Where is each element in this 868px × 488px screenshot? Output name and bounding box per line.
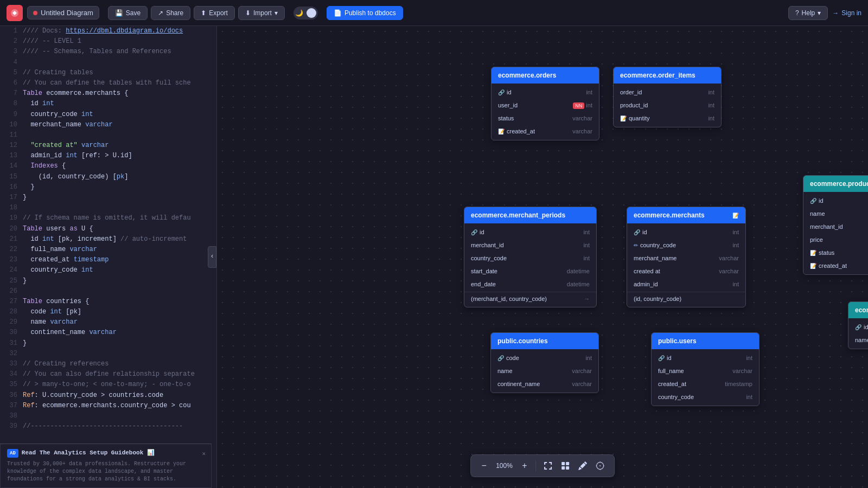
code-line-37: 37Ref: ecommerce.merchants.country_code … — [0, 401, 216, 411]
code-line-34: 34// You can also define relationship se… — [0, 369, 216, 380]
table-row: product_id int — [614, 99, 721, 112]
table-row: country_code int — [464, 252, 596, 265]
code-line-14: 14 Indexes { — [0, 161, 216, 171]
table-products-header: ecommerce.products 📝 — [803, 176, 868, 192]
table-product-tags-header: ecommerce.product_tags — [848, 302, 868, 318]
diagram-title[interactable]: Untitled Diagram — [27, 6, 99, 20]
table-users-body: 🔗 id int full_name varchar created_at ti… — [652, 349, 759, 406]
topbar-actions: 💾 Save ↗ Share ⬆ Export ⬇ Import ▾ — [108, 6, 285, 20]
code-line-9: 9 country_code int — [0, 110, 216, 120]
code-line-33: 33// Creating references — [0, 359, 216, 369]
code-line-24: 24 country_code int — [0, 265, 216, 275]
share-button[interactable]: ↗ Share — [151, 6, 190, 20]
import-icon: ⬇ — [245, 9, 251, 17]
table-row: admin_id int — [627, 278, 745, 291]
code-line-3: 3//// -- Schemas, Tables and References — [0, 47, 216, 57]
export-icon: ⬆ — [201, 9, 206, 17]
svg-rect-28 — [566, 462, 569, 465]
signin-icon: → — [832, 9, 839, 17]
table-row: created_at timestamp — [652, 377, 759, 390]
export-button[interactable]: ⬆ Export — [194, 6, 235, 20]
dark-mode-toggle[interactable]: 🌙 — [293, 7, 318, 20]
help-chevron-icon: ▾ — [818, 9, 821, 17]
save-button[interactable]: 💾 Save — [108, 6, 148, 20]
note-icon: 📝 — [620, 115, 627, 121]
import-button[interactable]: ⬇ Import ▾ — [238, 6, 285, 20]
table-order-items-header: ecommerce.order_items — [614, 67, 721, 84]
code-line-18: 18 — [0, 203, 216, 213]
table-product-tags[interactable]: ecommerce.product_tags 🔗 id int name var… — [848, 301, 868, 349]
table-row: name varchar — [491, 364, 598, 377]
link-icon: 🔗 — [855, 324, 861, 330]
help-button[interactable]: ? Help ▾ — [788, 6, 828, 20]
ad-badge: AD — [7, 449, 18, 458]
code-line-15: 15 (id, country_code) [pk] — [0, 172, 216, 182]
signin-button[interactable]: → Sign in — [832, 9, 861, 17]
toggle-knob — [307, 8, 316, 18]
link-icon: 🔗 — [497, 355, 504, 361]
table-row: 📝 created_at varchar — [492, 125, 599, 138]
table-row: order_id int — [614, 86, 721, 99]
save-icon: 💾 — [115, 9, 123, 17]
table-row: 📝 status ecommerce.products_status E — [803, 246, 868, 259]
code-line-2: 2//// -- LEVEL 1 — [0, 36, 216, 47]
ad-title: AD Read The Analytics Setup Guidebook 📊 — [7, 448, 205, 458]
crosshair-button[interactable] — [592, 458, 608, 473]
table-row: user_id NN int — [492, 99, 599, 112]
link-icon: 🔗 — [471, 229, 477, 235]
code-line-35: 35// > many-to-one; < one-to-many; - one… — [0, 380, 216, 390]
edit-icon: ✏ — [634, 242, 638, 248]
code-line-32: 32 — [0, 349, 216, 359]
pen-button[interactable] — [575, 458, 590, 473]
fit-screen-button[interactable] — [540, 458, 556, 473]
code-line-25: 25} — [0, 276, 216, 286]
ad-banner: AD Read The Analytics Setup Guidebook 📊 … — [0, 444, 212, 488]
code-line-29: 29 name varchar — [0, 317, 216, 328]
code-line-4: 4 — [0, 57, 216, 68]
table-row: price int — [803, 233, 868, 246]
moon-icon: 🌙 — [295, 9, 303, 17]
table-merchants[interactable]: ecommerce.merchants 📝 🔗 id int ✏ country… — [627, 207, 746, 307]
table-countries-header: public.countries — [491, 333, 598, 349]
link-icon: 🔗 — [658, 355, 665, 361]
table-product-tags-body: 🔗 id int name varchar — [848, 318, 868, 349]
table-order-items[interactable]: ecommerce.order_items order_id int produ… — [613, 67, 722, 127]
code-line-5: 5// Creating tables — [0, 68, 216, 78]
svg-rect-27 — [561, 462, 565, 465]
table-countries[interactable]: public.countries 🔗 code int name varchar… — [490, 332, 599, 393]
table-products-body: 🔗 id int name varchar merchant_id int NN… — [803, 192, 868, 274]
table-row: merchant_name varchar — [627, 252, 745, 265]
table-row: 📝 quantity int — [614, 112, 721, 125]
zoom-level: 100% — [493, 462, 516, 470]
table-users[interactable]: public.users 🔗 id int full_name varchar … — [651, 332, 760, 406]
table-row: 🔗 id int — [464, 226, 596, 239]
canvas[interactable]: ecommerce.orders 🔗 id int user_id NN int… — [217, 26, 868, 488]
zoom-out-button[interactable]: − — [477, 459, 490, 472]
table-orders-body: 🔗 id int user_id NN int status varchar 📝… — [492, 84, 599, 140]
table-row: continent_name varchar — [491, 377, 598, 390]
zoom-in-button[interactable]: + — [518, 459, 531, 472]
link-icon: 🔗 — [810, 198, 816, 204]
table-row: end_date datetime — [464, 278, 596, 291]
code-line-28: 28 code int [pk] — [0, 307, 216, 317]
link-icon: 🔗 — [634, 229, 640, 235]
ad-text: Trusted by 30,000+ data professionals. R… — [7, 460, 205, 483]
ad-close-button[interactable]: ✕ — [202, 450, 206, 459]
table-row: merchant_id int NN — [803, 220, 868, 233]
note-icon: 📝 — [810, 263, 816, 269]
code-line-12: 12 "created at" varchar — [0, 140, 216, 151]
svg-rect-30 — [566, 466, 569, 470]
layout-button[interactable] — [558, 458, 573, 473]
table-orders[interactable]: ecommerce.orders 🔗 id int user_id NN int… — [491, 67, 599, 140]
collapse-panel-button[interactable]: ‹ — [208, 246, 216, 268]
table-merchant-periods[interactable]: ecommerce.merchant_periods 🔗 id int merc… — [464, 207, 597, 307]
code-line-1: 1//// Docs: https://dbml.dbdiagram.io/do… — [0, 26, 216, 36]
zoom-toolbar: − 100% + — [470, 454, 615, 477]
table-row: ✏ country_code int — [627, 239, 745, 252]
table-products[interactable]: ecommerce.products 📝 🔗 id int name varch… — [803, 175, 868, 275]
table-countries-body: 🔗 code int name varchar continent_name v… — [491, 349, 598, 393]
table-row: (merchant_id, country_code) → — [464, 292, 596, 305]
code-line-31: 31} — [0, 338, 216, 349]
publish-button[interactable]: 📄 Publish to dbdocs — [327, 6, 403, 20]
table-merchant-periods-header: ecommerce.merchant_periods — [464, 207, 596, 223]
